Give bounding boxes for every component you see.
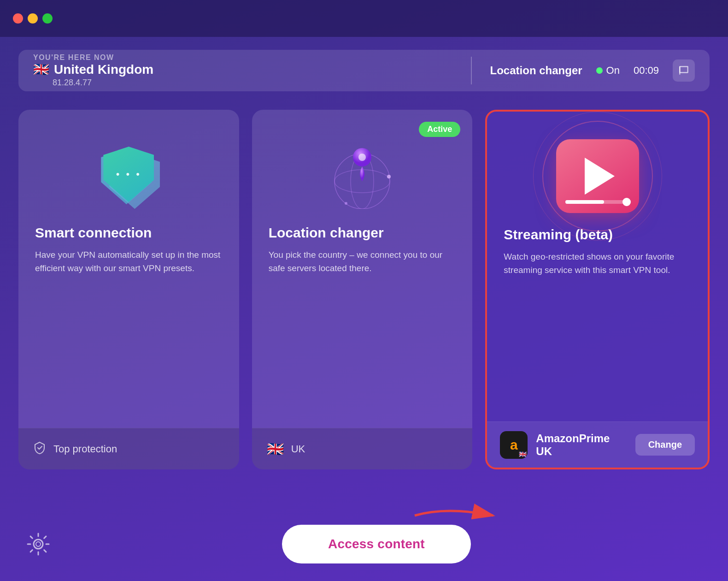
feature-label: Location changer xyxy=(490,64,582,77)
streaming-card[interactable]: Streaming (beta) Watch geo-restricted sh… xyxy=(485,110,710,469)
bottom-bar: Access content xyxy=(0,507,728,581)
on-label: On xyxy=(606,65,620,77)
amazon-icon: a 🇬🇧 xyxy=(500,431,528,459)
status-divider xyxy=(471,57,472,84)
protection-shield-icon xyxy=(33,441,46,457)
smart-connection-desc: Have your VPN automatically set up in th… xyxy=(35,248,223,414)
flag-button[interactable] xyxy=(673,59,695,82)
country-name: United Kingdom xyxy=(54,62,153,77)
status-location: YOU'RE HERE NOW 🇬🇧 United Kingdom 81.28.… xyxy=(33,53,452,88)
streaming-footer: a 🇬🇧 AmazonPrime UK Change xyxy=(487,421,708,468)
you-are-here-label: YOU'RE HERE NOW xyxy=(33,53,114,62)
svg-point-4 xyxy=(387,175,391,178)
status-right-section: Location changer On 00:09 xyxy=(490,59,695,82)
close-button[interactable] xyxy=(13,13,23,24)
svg-point-7 xyxy=(358,154,366,161)
smart-connection-card[interactable]: • • • Smart connection Have your VPN aut… xyxy=(18,110,239,469)
country-flag: 🇬🇧 xyxy=(33,62,49,77)
progress-fill xyxy=(565,200,604,204)
active-badge: Active xyxy=(419,122,460,137)
play-triangle xyxy=(585,158,615,195)
connection-status: On xyxy=(596,65,620,77)
shield-dots: • • • xyxy=(116,168,141,180)
smart-connection-title: Smart connection xyxy=(35,225,223,241)
flag-icon xyxy=(678,65,690,77)
streaming-desc: Watch geo-restricted shows on your favor… xyxy=(504,250,691,408)
location-country: UK xyxy=(291,443,305,455)
location-changer-desc: You pick the country – we connect you to… xyxy=(269,248,456,414)
traffic-lights xyxy=(13,13,53,24)
svg-point-5 xyxy=(345,202,347,205)
location-changer-content: Location changer You pick the country – … xyxy=(252,110,473,428)
change-service-button[interactable]: Change xyxy=(635,434,695,456)
smart-connection-icon: • • • xyxy=(92,144,165,204)
location-changer-icon xyxy=(325,140,399,209)
svg-point-9 xyxy=(34,540,43,549)
location-changer-title: Location changer xyxy=(269,225,456,241)
amazon-logo: a xyxy=(510,437,518,453)
play-background xyxy=(556,139,639,213)
settings-button[interactable] xyxy=(26,532,51,557)
location-flag: 🇬🇧 xyxy=(267,441,284,457)
service-name: AmazonPrime UK xyxy=(536,432,627,458)
titlebar xyxy=(0,0,728,37)
streaming-icon xyxy=(552,130,644,222)
smart-connection-footer: Top protection xyxy=(18,428,239,469)
location-changer-card[interactable]: Active xyxy=(252,110,473,469)
protection-label: Top protection xyxy=(53,443,117,455)
ip-address: 81.28.4.77 xyxy=(33,78,92,88)
cards-container: • • • Smart connection Have your VPN aut… xyxy=(18,110,710,469)
gear-icon xyxy=(26,532,51,557)
progress-bar xyxy=(565,200,630,204)
on-indicator xyxy=(596,67,603,74)
country-display: 🇬🇧 United Kingdom xyxy=(33,62,153,77)
status-bar: YOU'RE HERE NOW 🇬🇧 United Kingdom 81.28.… xyxy=(18,50,710,91)
maximize-button[interactable] xyxy=(42,13,53,24)
amazon-flag: 🇬🇧 xyxy=(519,451,527,458)
progress-dot xyxy=(622,198,631,206)
access-content-button[interactable]: Access content xyxy=(282,525,471,563)
location-changer-footer: 🇬🇧 UK xyxy=(252,428,473,469)
smart-connection-icon-area: • • • xyxy=(35,124,223,225)
location-changer-icon-area xyxy=(269,124,456,225)
streaming-icon-area xyxy=(504,125,691,227)
streaming-content: Streaming (beta) Watch geo-restricted sh… xyxy=(487,112,708,421)
connection-timer: 00:09 xyxy=(634,65,659,77)
minimize-button[interactable] xyxy=(28,13,38,24)
smart-connection-content: • • • Smart connection Have your VPN aut… xyxy=(18,110,239,428)
svg-point-10 xyxy=(36,542,41,546)
